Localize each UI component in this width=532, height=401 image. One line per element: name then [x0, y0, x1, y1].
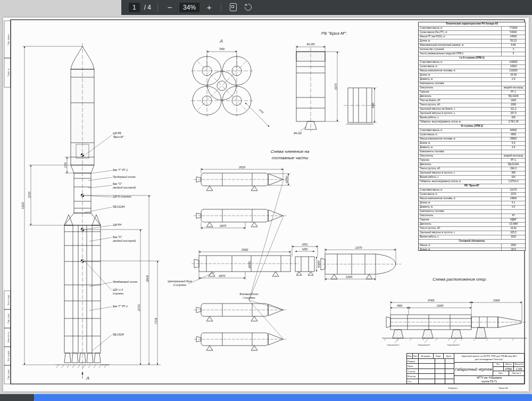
title-block-main: Курсовой проект по НОРК "РКК для РН Анга… — [454, 354, 524, 383]
label-tank-o3: Бак "О" — [113, 182, 122, 185]
spec-value: РГ-1 — [502, 159, 525, 162]
spec-label: Горючее — [419, 218, 502, 222]
spec-value: 2370 — [502, 193, 525, 197]
copy-label: Копировал — [448, 387, 458, 389]
label-cm-rb: ЦМ РБ — [113, 132, 122, 135]
label-interbay: Межбаковый отсек — [113, 280, 138, 283]
spec-value: 53000 — [502, 31, 525, 35]
title-block-role-row: Разраб. — [407, 359, 454, 364]
document-name: Габаритный чертеж — [454, 363, 493, 375]
zoom-in-button[interactable]: + — [204, 2, 214, 13]
tb-cell — [445, 369, 454, 374]
supports-scheme — [382, 301, 527, 343]
spec-label: Сухая масса, кг — [419, 193, 502, 197]
briz-dia-bottom: Ф4,100 — [294, 132, 302, 135]
spec-label: Удельный импульс в пустоте, с — [419, 171, 502, 175]
spec-table-row: Компоненты топлива: — [419, 210, 525, 214]
fit-to-page-button[interactable] — [228, 2, 238, 13]
spec-label: Время работы, с — [419, 235, 502, 239]
spec-label: Масса, кг — [419, 244, 502, 248]
briz-dia-top: Ф4,350 — [307, 43, 315, 46]
spec-table-row: Время работы, с 424 — [419, 176, 525, 180]
spec-table-row: Стартовая масса, кг 149000 — [419, 61, 525, 65]
sheets-label: Листов 1 — [509, 371, 525, 375]
tb-cell — [435, 359, 445, 364]
spec-value: 149000 — [502, 61, 525, 64]
spec-table-row: Горючее НДМГ — [419, 218, 525, 223]
rotate-button[interactable] — [243, 2, 253, 13]
spec-table-row: Головной обтекатель — [419, 240, 525, 244]
label-tank-o3b: (жидкий кислород) — [113, 186, 136, 189]
support-label-2: Опорный узел 2 — [418, 344, 430, 346]
spec-label: Длина, м — [419, 73, 502, 77]
spec-label: Удельный импульс в пустоте, с — [419, 112, 502, 116]
drawing-page: Перв. примен. Справ. № Инв. № подл. Подп… — [3, 18, 529, 391]
tb-role: Утв. — [407, 379, 419, 384]
spec-value: 4,1 — [502, 201, 525, 205]
spec-value: АТ — [502, 214, 525, 218]
label-eng1: РД-191М — [113, 333, 124, 336]
spec-value: 6,9 — [502, 142, 525, 145]
spec-label: Длина, м — [419, 142, 502, 145]
spec-value: 311,2 — [502, 108, 525, 111]
label-tank-g3: Бак "Г" РГ-1 — [113, 168, 128, 171]
frame-label: Подп. и дата — [7, 369, 10, 379]
tb-cell — [435, 369, 445, 374]
spec-label: Диаметр, м — [419, 206, 502, 209]
spec-label: Длина, м — [419, 201, 502, 205]
page-number-input[interactable]: 1 — [129, 3, 140, 12]
central-block-label1: Центральный блок — [168, 280, 192, 283]
lit-label: Лит. — [493, 363, 504, 366]
frame-label: Справ. № — [7, 68, 10, 76]
spec-label: Горючее — [419, 91, 502, 94]
label-cm-rn: ЦМ РН — [113, 223, 122, 226]
page-count-label: / 4 — [144, 4, 151, 11]
spec-table-row: Время работы, с 325 — [419, 116, 525, 120]
dim-s-dia: Ф1600 — [318, 260, 320, 268]
frame-label: Взам. инв. № — [7, 332, 10, 342]
side-blocks-label1: Боковые блоки — [239, 292, 258, 296]
dim-adapter: 2700 — [64, 162, 67, 168]
dim-37400: 37400 — [428, 299, 435, 302]
spec-table-row: Диаметр, м 4,0 — [419, 206, 525, 210]
spec-value: РД-191М — [502, 95, 525, 99]
view-a-texts: А 7000 8700 — [219, 38, 264, 114]
spec-value: жидкий кислород — [502, 154, 525, 158]
dim-c-len: 25000 — [241, 249, 248, 251]
spec-table-row: Масса ПГ (на НОО), кг 24500 — [419, 35, 525, 39]
spec-label: Максимальный поперечный размер, м — [419, 44, 502, 47]
title-block-role-row: Н.контр. — [407, 374, 454, 379]
spec-label: I и II ступени (УРМ-1) — [419, 56, 525, 60]
spec-table-row: Длина, м 25,69 — [419, 73, 525, 78]
spec-table-row: Удельный импульс на Земле, с 311,2 — [419, 108, 525, 112]
spec-table-row: Время работы, с 3200 — [419, 235, 525, 240]
spec-label: Компоненты топлива: — [419, 210, 502, 214]
title-block-header-row: Изм. Лист № докум. Подп. Дата — [407, 354, 454, 359]
briz-texts: РБ "Бриз-М": Ф4,350 10270 5080 Ф4,100 — [294, 31, 375, 135]
spec-value: 40600 — [502, 129, 525, 133]
spec-value: 3 — [502, 48, 525, 52]
spec-table-row: Удельный импульс в пустоте, с 325,5 — [419, 231, 525, 235]
spec-table-row: Длина, м 55,23 — [419, 39, 525, 44]
organization-line1: МГТУ им. Н.Баумана — [454, 376, 524, 380]
label-cm-rb2: "Бриз-М" — [113, 135, 124, 138]
spec-label: Масса компонентов топлива, кг — [419, 197, 502, 201]
organization: МГТУ им. Н.Баумана группа ПЗ-71 — [454, 375, 524, 383]
spec-value: 325 — [502, 116, 525, 120]
tb-cell — [419, 379, 435, 384]
spec-value: 24500 — [502, 35, 525, 39]
spec-table-row: Стартовая масса, кг 773000 — [419, 27, 525, 31]
tb-cell — [445, 364, 454, 369]
briz-height: 10270 — [335, 83, 337, 90]
label-cm12: ЦМ I и II — [113, 288, 123, 291]
frame-label: Инв. № дубл. — [7, 350, 10, 361]
spec-table-row: Технические характеристики РН Ангара-А5 — [419, 22, 525, 27]
spec-label: Диаметр, м — [419, 146, 502, 150]
scrollbar-thumb[interactable] — [34, 394, 532, 401]
spec-label: Окислитель — [419, 86, 502, 90]
tb-cell — [419, 364, 435, 369]
side-blocks-label2: I ступени — [243, 296, 255, 299]
scrollbar-corner — [0, 394, 34, 401]
spec-value: 132600 — [502, 69, 525, 73]
zoom-out-button[interactable]: − — [164, 2, 175, 13]
